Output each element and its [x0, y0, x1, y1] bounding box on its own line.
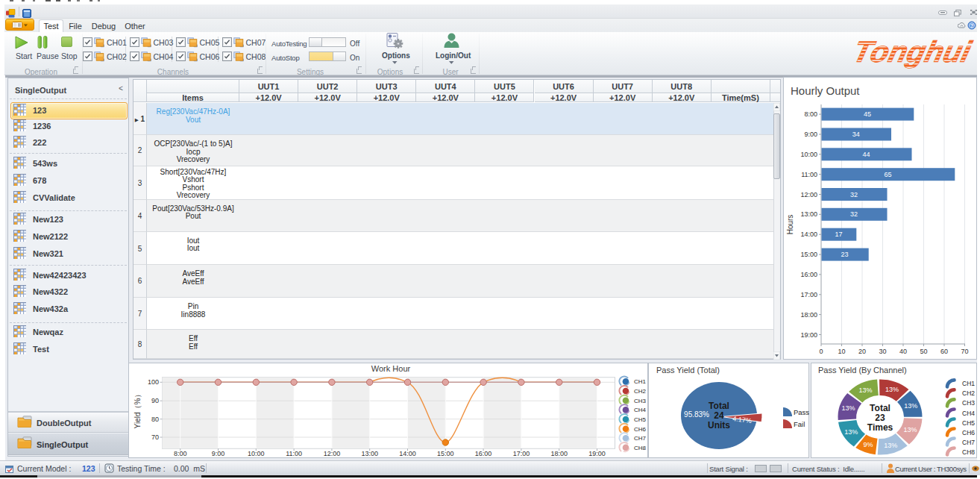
svg-text:CH6: CH6 [634, 426, 647, 433]
svg-text:8:00: 8:00 [174, 450, 187, 457]
svg-text:Pass: Pass [794, 408, 809, 416]
svg-text:80: 80 [151, 416, 159, 423]
svg-text:Units: Units [708, 420, 730, 431]
svg-text:14:00: 14:00 [800, 231, 817, 238]
svg-text:15:00: 15:00 [437, 450, 454, 457]
svg-text:40: 40 [899, 348, 907, 355]
svg-text:CH3: CH3 [634, 398, 647, 404]
svg-text:20: 20 [858, 348, 866, 355]
svg-text:10:00: 10:00 [248, 450, 265, 457]
svg-text:Total: Total [870, 403, 891, 413]
svg-text:Yield（%）: Yield（%） [134, 391, 142, 429]
svg-text:0: 0 [819, 348, 823, 355]
svg-text:Work Hour: Work Hour [371, 364, 411, 373]
svg-text:11:00: 11:00 [286, 450, 302, 457]
svg-text:13%: 13% [884, 442, 897, 449]
svg-text:Times: Times [867, 422, 893, 433]
svg-text:32: 32 [850, 191, 858, 198]
svg-text:CH3: CH3 [962, 399, 975, 407]
svg-text:32: 32 [850, 210, 858, 218]
svg-text:?: ? [970, 22, 974, 29]
svg-text:Total: Total [709, 401, 729, 411]
svg-text:23: 23 [875, 413, 885, 423]
svg-text:CH6: CH6 [962, 429, 975, 436]
svg-text:15:00: 15:00 [800, 251, 817, 258]
svg-text:23: 23 [841, 251, 849, 258]
svg-text:10: 10 [838, 348, 845, 355]
svg-text:13%: 13% [904, 402, 917, 410]
svg-text:9:00: 9:00 [804, 131, 817, 138]
svg-text:Tonghui: Tonghui [849, 35, 974, 69]
svg-text:70: 70 [151, 433, 159, 441]
svg-text:16:00: 16:00 [800, 271, 817, 278]
svg-text:30: 30 [879, 348, 886, 355]
svg-text:13%: 13% [885, 386, 899, 393]
svg-text:13%: 13% [859, 386, 873, 394]
svg-text:12:00: 12:00 [324, 450, 341, 457]
svg-text:CH2: CH2 [962, 389, 975, 397]
svg-text:9%: 9% [864, 441, 873, 448]
svg-text:Pass Yield (Total): Pass Yield (Total) [656, 366, 720, 375]
svg-text:CH2: CH2 [634, 388, 647, 395]
svg-text:19:00: 19:00 [800, 331, 817, 339]
svg-text:Hours: Hours [786, 215, 794, 235]
svg-text:Fail: Fail [794, 420, 805, 428]
svg-text:13%: 13% [841, 404, 855, 412]
svg-text:19:00: 19:00 [588, 450, 606, 457]
svg-text:CH4: CH4 [962, 410, 975, 417]
svg-text:90: 90 [151, 397, 159, 404]
svg-text:13%: 13% [903, 426, 917, 433]
svg-text:CH8: CH8 [634, 445, 647, 451]
svg-text:CH5: CH5 [962, 419, 975, 427]
svg-text:65: 65 [884, 171, 891, 178]
svg-text:CH7: CH7 [634, 435, 647, 442]
svg-text:34: 34 [852, 131, 860, 138]
svg-text:CH4: CH4 [634, 407, 647, 413]
svg-text:10:00: 10:00 [800, 151, 817, 158]
svg-text:8:00: 8:00 [804, 110, 817, 118]
svg-text:60: 60 [940, 348, 948, 355]
svg-text:17: 17 [835, 231, 842, 238]
svg-text:CH7: CH7 [962, 439, 975, 446]
svg-text:24: 24 [714, 410, 724, 421]
svg-text:13:00: 13:00 [800, 210, 817, 218]
svg-text:CH1: CH1 [962, 380, 975, 387]
svg-text:18:00: 18:00 [800, 311, 817, 319]
svg-text:13%: 13% [844, 428, 858, 436]
svg-text:16:00: 16:00 [475, 450, 492, 457]
svg-text:CH8: CH8 [962, 448, 975, 456]
svg-text:9:00: 9:00 [212, 450, 225, 457]
svg-text:45: 45 [864, 110, 871, 118]
svg-text:44: 44 [862, 151, 870, 158]
svg-text:13:00: 13:00 [361, 450, 378, 457]
svg-text:12:00: 12:00 [800, 191, 817, 198]
svg-text:11:00: 11:00 [801, 171, 817, 178]
svg-text:Pass Yield (By Channel): Pass Yield (By Channel) [818, 366, 907, 375]
svg-text:100: 100 [148, 378, 159, 386]
svg-text:17:00: 17:00 [800, 291, 817, 298]
svg-text:18:00: 18:00 [550, 450, 568, 457]
svg-text:CH1: CH1 [634, 378, 647, 385]
svg-text:95.83%: 95.83% [684, 410, 709, 419]
svg-text:CH5: CH5 [634, 416, 647, 423]
svg-text:50: 50 [920, 348, 927, 355]
svg-text:17:00: 17:00 [513, 450, 530, 457]
svg-text:70: 70 [961, 348, 968, 355]
svg-text:14:00: 14:00 [399, 450, 416, 457]
